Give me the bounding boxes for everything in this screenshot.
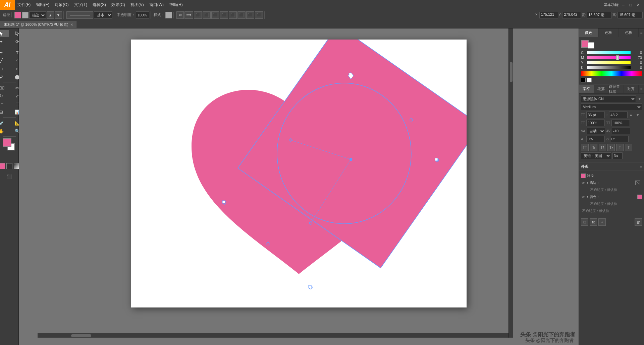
hand-tool[interactable]: ✋ <box>0 127 9 135</box>
h-coord-value[interactable]: 15.607 毫 <box>618 12 643 18</box>
transform-btn[interactable]: ⟺ <box>184 11 193 19</box>
style-tr-btn[interactable]: Tr <box>590 144 597 151</box>
style-t-btn[interactable]: T <box>616 144 624 151</box>
appear-plus-btn[interactable]: + <box>598 218 606 226</box>
scale-h-input[interactable] <box>586 120 605 126</box>
color-swatch-area[interactable] <box>3 138 16 152</box>
warp-tool[interactable]: 〰 <box>0 100 9 108</box>
c-slider[interactable] <box>587 52 631 55</box>
tab-color[interactable]: 颜色 <box>579 28 599 37</box>
font-family-select[interactable]: 思源黑体 CN <box>581 95 636 102</box>
y-coord-value[interactable]: 279.042 <box>562 12 581 18</box>
menu-edit[interactable]: 编辑(E) <box>33 0 52 10</box>
distribute-v-btn[interactable]: ⬛ <box>255 11 263 19</box>
eraser-tool[interactable]: ⌫ <box>0 84 9 91</box>
style-ta-btn[interactable]: Ta <box>607 144 615 151</box>
eyedropper-tool[interactable]: 💉 <box>0 119 9 127</box>
tab-close-btn[interactable]: ✕ <box>70 23 73 26</box>
scroll-thumb-v[interactable] <box>510 62 513 82</box>
menu-text[interactable]: 文字(T) <box>71 0 90 10</box>
font-size-input[interactable] <box>586 112 605 118</box>
m-slider-track[interactable] <box>587 56 631 59</box>
no-fill-swatch[interactable] <box>6 163 12 169</box>
language-select[interactable]: 英语：美国 <box>581 152 611 159</box>
baseline-input[interactable] <box>586 136 605 142</box>
appear-eye-icon[interactable]: □ <box>581 218 588 226</box>
k-slider[interactable] <box>587 67 631 70</box>
appearance-panel-header[interactable]: 外观 ≡ <box>579 163 644 171</box>
restore-button[interactable]: □ <box>628 2 633 8</box>
color-spectrum-bar[interactable] <box>581 71 642 76</box>
artboard-tool[interactable]: ⬛ <box>2 173 17 180</box>
tab-paragraph[interactable]: 段落 <box>594 85 609 93</box>
line-tool[interactable]: ╱ <box>0 57 9 64</box>
brush-tool[interactable]: 🖌 <box>0 73 9 80</box>
tab-align[interactable]: 对齐 <box>624 85 639 93</box>
typo-panel-menu[interactable]: ≡ <box>639 85 644 93</box>
stroke-swatch-check[interactable] <box>635 181 640 185</box>
align-center-btn[interactable]: ⬛ <box>203 11 211 19</box>
foreground-color[interactable] <box>3 138 11 147</box>
font-family-dropdown-icon[interactable]: ▼ <box>637 95 642 102</box>
leading-up-btn[interactable]: ▲ <box>629 112 634 118</box>
font-weight-select[interactable]: Medium <box>581 104 642 110</box>
fill-color-swatch-appear[interactable] <box>637 195 642 199</box>
rotate-tool[interactable]: ↻ <box>0 92 9 99</box>
aa-input[interactable] <box>612 152 623 159</box>
pen-tool[interactable]: ✒ <box>0 49 9 56</box>
menu-window[interactable]: 窗口(W) <box>147 0 166 10</box>
stroke-visibility-eye[interactable]: 👁 <box>581 181 586 185</box>
white-swatch[interactable] <box>587 78 592 82</box>
shape-builder-tool[interactable]: ⊞ <box>0 108 9 116</box>
menu-help[interactable]: 帮助(H) <box>166 0 185 10</box>
black-swatch[interactable] <box>581 78 586 82</box>
menu-select[interactable]: 选择(S) <box>90 0 109 10</box>
menu-object[interactable]: 对象(O) <box>52 0 71 10</box>
close-button[interactable]: ✕ <box>635 2 641 8</box>
leading-down-btn[interactable]: ▼ <box>636 112 641 118</box>
tab-path-finder[interactable]: 路径查找器 <box>609 85 624 93</box>
document-tab[interactable]: 未标题-1* @ 1600% (CMYK/GPU 预览) ✕ <box>0 21 77 28</box>
angle-input[interactable] <box>610 136 629 142</box>
scale-v-input[interactable] <box>611 120 630 126</box>
y-slider[interactable] <box>587 62 631 65</box>
stroke-weight-down[interactable]: ▼ <box>55 11 62 19</box>
panel-menu-btn[interactable]: ≡ <box>639 28 644 37</box>
rect-tool[interactable]: □ <box>0 65 9 72</box>
tracking-select[interactable]: 自动 <box>587 128 605 134</box>
selection-tool[interactable] <box>0 30 9 37</box>
align-left-btn[interactable]: ⬛ <box>194 11 202 19</box>
horizontal-scrollbar[interactable] <box>38 333 513 338</box>
minimize-button[interactable]: ─ <box>621 2 626 8</box>
bg-color-preview[interactable] <box>588 42 594 49</box>
menu-file[interactable]: 文件(F) <box>15 0 33 10</box>
align-right-btn[interactable]: ⬛ <box>211 11 219 19</box>
appear-trash-btn[interactable]: 🗑 <box>635 218 642 226</box>
x-coord-value[interactable]: 175.121 <box>539 12 558 18</box>
magic-wand-tool[interactable]: ✦ <box>0 38 9 45</box>
align-bottom-btn[interactable]: ⬛ <box>237 11 246 19</box>
style-t1-btn[interactable]: T1 <box>599 144 606 151</box>
style-tt-btn[interactable]: TT <box>581 144 589 151</box>
style-swatch[interactable] <box>165 12 172 18</box>
opacity-input[interactable] <box>136 11 149 19</box>
style-ts-btn[interactable]: T <box>625 144 632 151</box>
stroke-dropdown[interactable]: 描边 <box>29 11 46 19</box>
kerning-input[interactable] <box>612 128 630 134</box>
align-btn[interactable]: ⊕ <box>176 11 184 19</box>
tab-color-guide[interactable]: 色板 <box>619 28 639 37</box>
stroke-weight-up[interactable]: ▲ <box>47 11 54 19</box>
stroke-type-dropdown[interactable]: 基本 <box>94 11 112 19</box>
k-slider-track[interactable] <box>587 66 631 69</box>
scroll-thumb-h[interactable] <box>71 334 91 337</box>
color-fill-swatch[interactable] <box>0 163 5 169</box>
tab-character[interactable]: 字符 <box>579 85 594 93</box>
y-slider-track[interactable] <box>587 61 631 64</box>
tab-swatches[interactable]: 色板 <box>599 28 619 37</box>
w-coord-value[interactable]: 15.607 毫 <box>587 12 612 18</box>
align-top-btn[interactable]: ⬛ <box>220 11 228 19</box>
fill-color-swatch[interactable] <box>14 12 21 18</box>
fill-visibility-eye[interactable]: 👁 <box>581 195 586 199</box>
menu-view[interactable]: 视图(V) <box>128 0 147 10</box>
stroke-color-swatch[interactable] <box>22 12 29 18</box>
